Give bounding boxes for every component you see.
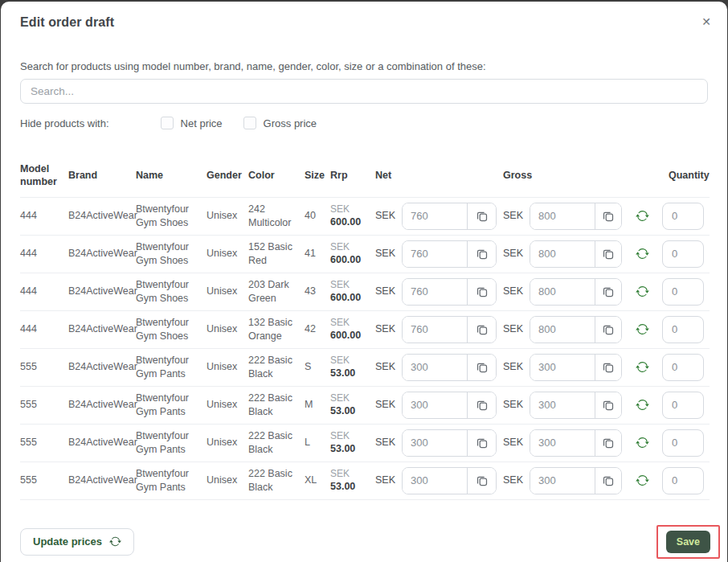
net-currency: SEK	[375, 247, 395, 260]
copy-gross-price-button[interactable]	[595, 392, 621, 418]
col-header-brand: Brand	[68, 156, 136, 197]
quantity-input[interactable]	[662, 203, 704, 230]
net-price-checkbox[interactable]	[161, 117, 174, 129]
refresh-prices-icon[interactable]	[636, 285, 649, 298]
rrp-currency: SEK	[330, 429, 369, 442]
gross-price-input[interactable]	[530, 203, 595, 229]
net-price-input[interactable]	[403, 355, 467, 380]
cell-gross: SEK	[503, 386, 628, 424]
modal-footer: Update prices Save	[20, 525, 708, 559]
cell-rrp: SEK 600.00	[330, 273, 375, 310]
rrp-amount: 600.00	[330, 291, 369, 305]
copy-gross-price-button[interactable]	[595, 279, 621, 305]
quantity-input[interactable]	[662, 240, 704, 268]
copy-net-price-button[interactable]	[467, 241, 496, 267]
copy-gross-price-button[interactable]	[595, 468, 621, 494]
gross-currency: SEK	[503, 209, 523, 223]
table-row: 444 B24ActiveWear Btwentyfour Gym Shoes …	[20, 273, 710, 310]
quantity-input[interactable]	[662, 278, 704, 306]
quantity-input[interactable]	[662, 392, 704, 419]
copy-net-price-button[interactable]	[467, 317, 496, 343]
net-price-input[interactable]	[403, 468, 467, 494]
net-price-input[interactable]	[403, 317, 467, 343]
cell-color: 222 Basic Black	[248, 461, 305, 499]
cell-color: 203 Dark Green	[248, 273, 305, 310]
refresh-prices-icon[interactable]	[636, 474, 649, 487]
cell-net: SEK	[375, 461, 503, 499]
quantity-input[interactable]	[662, 354, 704, 381]
copy-net-price-button[interactable]	[467, 468, 496, 494]
net-price-input[interactable]	[403, 241, 467, 267]
copy-gross-price-button[interactable]	[595, 430, 621, 456]
net-price-input[interactable]	[403, 392, 467, 418]
cell-rrp: SEK 53.00	[330, 461, 375, 499]
copy-icon	[602, 361, 615, 374]
cell-gross: SEK	[503, 197, 628, 235]
gross-price-input[interactable]	[530, 317, 595, 343]
copy-net-price-button[interactable]	[467, 203, 496, 229]
copy-net-price-button[interactable]	[467, 355, 496, 380]
copy-gross-price-button[interactable]	[595, 355, 621, 380]
gross-price-input[interactable]	[530, 430, 595, 456]
cell-size: XL	[305, 461, 330, 499]
copy-icon	[602, 323, 615, 336]
copy-gross-price-button[interactable]	[595, 241, 621, 267]
cell-rrp: SEK 600.00	[330, 310, 375, 348]
refresh-prices-icon[interactable]	[636, 247, 649, 260]
cell-size: M	[305, 386, 330, 424]
gross-price-input[interactable]	[530, 279, 595, 305]
quantity-input[interactable]	[662, 429, 704, 457]
copy-net-price-button[interactable]	[467, 430, 496, 456]
refresh-prices-icon[interactable]	[636, 322, 649, 336]
copy-net-price-button[interactable]	[467, 279, 496, 305]
gross-price-input[interactable]	[530, 241, 595, 267]
net-price-input[interactable]	[403, 430, 467, 456]
gross-price-input[interactable]	[530, 468, 595, 494]
cell-refresh	[628, 461, 656, 499]
copy-icon	[476, 248, 489, 260]
net-price-input[interactable]	[403, 279, 467, 305]
col-header-model-number: Model number	[20, 156, 68, 197]
cell-brand: B24ActiveWear	[68, 197, 136, 235]
table-row: 444 B24ActiveWear Btwentyfour Gym Shoes …	[20, 310, 710, 348]
close-icon[interactable]: ✕	[698, 13, 714, 31]
cell-name: Btwentyfour Gym Pants	[136, 461, 207, 499]
net-price-input[interactable]	[403, 203, 467, 229]
gross-price-input[interactable]	[530, 355, 595, 380]
rrp-currency: SEK	[330, 467, 369, 480]
refresh-prices-icon[interactable]	[636, 436, 649, 449]
save-button[interactable]: Save	[666, 531, 710, 553]
col-header-refresh-spacer	[628, 156, 656, 197]
cell-refresh	[628, 235, 656, 273]
refresh-prices-icon[interactable]	[636, 398, 649, 412]
copy-net-price-button[interactable]	[467, 392, 496, 418]
table-row: 444 B24ActiveWear Btwentyfour Gym Shoes …	[20, 235, 710, 273]
quantity-input[interactable]	[662, 467, 704, 494]
cell-rrp: SEK 53.00	[330, 386, 375, 424]
copy-gross-price-button[interactable]	[595, 317, 621, 343]
cell-size: L	[305, 424, 330, 461]
net-currency: SEK	[375, 436, 395, 449]
update-prices-button[interactable]: Update prices	[20, 528, 134, 556]
copy-icon	[602, 399, 615, 412]
col-header-gender: Gender	[207, 156, 248, 197]
gross-currency: SEK	[503, 436, 523, 449]
gross-price-checkbox-label: Gross price	[264, 117, 317, 129]
cell-quantity	[656, 348, 710, 386]
col-header-color: Color	[248, 156, 305, 197]
refresh-prices-icon[interactable]	[636, 360, 649, 374]
table-row: 555 B24ActiveWear Btwentyfour Gym Pants …	[20, 461, 710, 499]
cell-gender: Unisex	[207, 273, 248, 310]
copy-gross-price-button[interactable]	[595, 203, 621, 229]
edit-order-draft-modal: Edit order draft ✕ Search for products u…	[1, 2, 727, 562]
gross-price-input[interactable]	[530, 392, 595, 418]
quantity-input[interactable]	[662, 316, 704, 343]
refresh-prices-icon[interactable]	[636, 209, 649, 223]
cell-net: SEK	[375, 310, 503, 348]
col-header-gross: Gross	[503, 156, 628, 197]
cell-gender: Unisex	[207, 386, 248, 424]
cell-rrp: SEK 53.00	[330, 348, 375, 386]
search-input[interactable]	[20, 79, 708, 104]
copy-icon	[476, 323, 489, 336]
gross-price-checkbox[interactable]	[243, 117, 256, 129]
